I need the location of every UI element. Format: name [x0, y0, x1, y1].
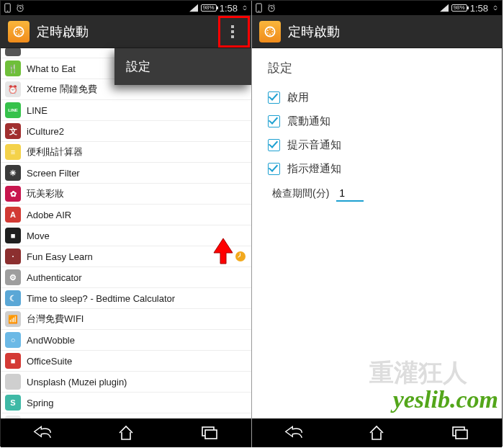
action-bar: 定時啟動 [252, 15, 502, 48]
app-icon: 📶 [5, 311, 21, 327]
checkbox-sound[interactable] [268, 139, 280, 151]
list-item[interactable]: ⚙Authenticator [1, 267, 251, 288]
nav-home-button[interactable] [355, 421, 398, 444]
app-name: iCulture2 [27, 126, 64, 137]
checkbox-enable[interactable] [268, 91, 280, 104]
option-sound[interactable]: 提示音通知 [268, 138, 486, 152]
battery-icon: 98% [201, 4, 217, 12]
svg-point-18 [269, 28, 271, 30]
svg-point-22 [267, 32, 269, 34]
page-title: 定時啟動 [288, 23, 496, 40]
list-item[interactable]: 📶台灣免費WIFI [1, 309, 251, 330]
list-item[interactable]: SSpring [1, 393, 251, 413]
option-vibrate[interactable]: 震動通知 [268, 115, 486, 128]
checkbox-led[interactable] [268, 163, 280, 175]
list-item[interactable]: ○AndWobble [1, 330, 251, 351]
option-label: 提示音通知 [287, 138, 341, 152]
nav-bar [252, 418, 502, 447]
svg-rect-1 [6, 11, 8, 12]
app-name: Time to sleep? - Bedtime Calculator [27, 293, 175, 304]
list-item[interactable]: ✿玩美彩妝 [1, 184, 251, 205]
scheduled-badge-icon [235, 251, 246, 261]
app-icon: ✿ [5, 186, 21, 202]
list-item[interactable]: ☀Screen Filter [1, 163, 251, 184]
app-name: OfficeSuite [27, 356, 72, 367]
list-item[interactable]: ■OfficeSuite [1, 351, 251, 372]
app-name: 台灣免費WIFI [27, 313, 84, 326]
list-item[interactable]: LINELINE [1, 100, 251, 121]
list-item[interactable]: ☾Time to sleep? - Bedtime Calculator [1, 288, 251, 309]
settings-heading: 設定 [268, 60, 486, 76]
nav-recent-button[interactable] [188, 421, 231, 444]
app-icon: ⏰ [5, 81, 21, 97]
app-name: What to Eat [27, 63, 76, 74]
app-icon: ■ [5, 353, 21, 369]
svg-point-7 [20, 32, 22, 34]
svg-point-6 [20, 30, 22, 31]
app-name: Move [27, 230, 50, 241]
app-name: MyTabata [27, 418, 67, 419]
list-item[interactable]: ≡便利貼計算器 [1, 142, 251, 163]
option-led[interactable]: 指示燈通知 [268, 162, 486, 176]
app-list[interactable]: 🍴What to Eat⏰Xtreme 鬧鐘免費LINELINE文iCultur… [1, 48, 251, 418]
svg-point-23 [267, 30, 269, 31]
svg-point-20 [271, 32, 273, 34]
list-item[interactable]: ·Fun Easy Learn [1, 246, 251, 267]
overflow-menu: 設定 [114, 48, 251, 85]
nav-back-button[interactable] [21, 421, 64, 444]
alarm-status-icon [267, 4, 276, 12]
signal-icon [440, 4, 449, 12]
app-launcher-icon [8, 21, 30, 42]
svg-point-19 [271, 30, 273, 31]
app-name: 便利貼計算器 [27, 145, 83, 158]
app-name: Xtreme 鬧鐘免費 [27, 83, 97, 96]
app-icon: ○ [5, 332, 21, 348]
checkbox-vibrate[interactable] [268, 115, 280, 127]
interval-input[interactable] [336, 186, 364, 202]
expand-icon [491, 4, 500, 12]
list-item[interactable]: 文iCulture2 [1, 121, 251, 142]
settings-panel: 設定 啟用 震動通知 提示音通知 指示燈通知 檢查期間(分) [252, 48, 502, 418]
app-name: Screen Filter [27, 168, 80, 179]
list-item[interactable]: ■Move [1, 225, 251, 246]
app-icon: · [5, 248, 21, 264]
option-label: 啟用 [287, 91, 309, 104]
list-item[interactable]: Unsplash (Muzei plugin) [1, 372, 251, 393]
app-icon: 文 [5, 123, 21, 139]
nav-recent-button[interactable] [438, 421, 482, 444]
status-bar: 98% 1:58 [252, 1, 502, 15]
list-item[interactable]: AAdobe AIR [1, 205, 251, 225]
app-name: AndWobble [27, 335, 75, 346]
app-icon: ◷ [5, 416, 21, 418]
svg-point-21 [269, 33, 271, 35]
phone-icon [3, 4, 12, 12]
app-icon: 🍴 [5, 61, 21, 76]
phone-icon [254, 4, 263, 12]
overflow-menu-button[interactable] [220, 19, 246, 45]
svg-rect-14 [258, 11, 259, 12]
status-clock: 1:58 [470, 3, 488, 14]
alarm-status-icon [16, 4, 24, 12]
app-icon: ■ [5, 228, 21, 243]
option-label: 指示燈通知 [287, 162, 341, 176]
app-name: 玩美彩妝 [27, 187, 64, 200]
app-name: Adobe AIR [27, 210, 71, 220]
svg-rect-12 [205, 430, 217, 439]
svg-point-8 [18, 33, 19, 35]
svg-point-9 [16, 32, 17, 34]
svg-rect-25 [456, 430, 467, 439]
page-title: 定時啟動 [37, 23, 220, 40]
app-icon: A [5, 207, 21, 223]
option-enable[interactable]: 啟用 [268, 91, 486, 104]
app-icon: ☾ [5, 290, 21, 306]
app-name: Unsplash (Muzei plugin) [27, 377, 127, 387]
app-launcher-icon [259, 21, 281, 42]
app-icon: LINE [5, 102, 21, 118]
action-bar: 定時啟動 [1, 15, 251, 48]
nav-back-button[interactable] [272, 421, 315, 444]
menu-item-settings[interactable]: 設定 [114, 48, 251, 85]
app-icon: S [5, 395, 21, 411]
nav-home-button[interactable] [104, 421, 148, 444]
list-item[interactable]: ◷MyTabata [1, 413, 251, 418]
svg-point-5 [18, 28, 19, 30]
